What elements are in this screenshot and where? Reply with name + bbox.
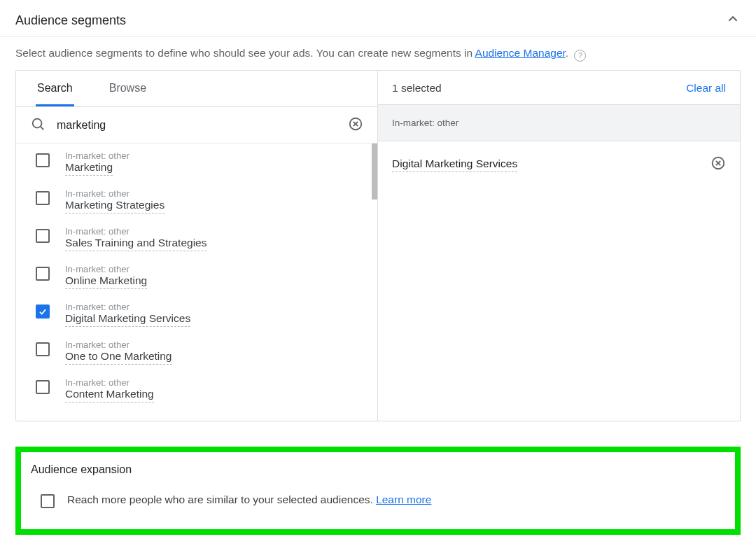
result-name: Sales Training and Strategies	[65, 237, 206, 251]
result-category: In-market: other	[65, 226, 206, 237]
segments-panel: Search Browse In-market: other M	[15, 70, 741, 421]
description: Select audience segments to define who s…	[15, 47, 741, 60]
tab-search[interactable]: Search	[36, 82, 74, 106]
result-row[interactable]: In-market: other Online Marketing	[16, 257, 377, 295]
result-row[interactable]: In-market: other One to One Marketing	[16, 332, 377, 370]
audience-expansion-highlight: Audience expansion Reach more people who…	[15, 447, 741, 535]
segments-left-pane: Search Browse In-market: other M	[16, 71, 378, 421]
divider	[0, 36, 756, 37]
search-input[interactable]	[55, 118, 348, 132]
result-category: In-market: other	[65, 150, 130, 161]
selected-row: Digital Marketing Services	[378, 141, 740, 188]
result-name: Marketing Strategies	[65, 199, 164, 214]
result-category: In-market: other	[65, 340, 172, 350]
segments-right-pane: 1 selected Clear all In-market: other Di…	[378, 71, 740, 421]
remove-icon[interactable]	[710, 155, 726, 174]
search-bar	[16, 107, 377, 144]
svg-line-1	[41, 127, 43, 130]
checkbox[interactable]	[36, 380, 50, 394]
checkbox[interactable]	[36, 229, 50, 243]
result-category: In-market: other	[65, 264, 147, 274]
search-icon	[30, 116, 55, 134]
description-suffix: .	[566, 47, 568, 59]
checkbox[interactable]	[36, 342, 50, 356]
help-icon[interactable]: ?	[574, 50, 586, 62]
selected-group-label: In-market: other	[378, 105, 740, 141]
description-text: Select audience segments to define who s…	[15, 47, 475, 59]
clear-all-button[interactable]: Clear all	[686, 82, 726, 94]
result-row[interactable]: In-market: other Marketing	[16, 144, 377, 181]
section-header: Audience segments	[15, 8, 741, 36]
segments-tabs: Search Browse	[16, 71, 377, 107]
result-category: In-market: other	[65, 377, 154, 388]
audience-manager-link[interactable]: Audience Manager	[475, 47, 566, 59]
result-name: Online Marketing	[65, 274, 147, 289]
selected-name: Digital Marketing Services	[392, 158, 517, 172]
results-list: In-market: other Marketing In-market: ot…	[16, 144, 377, 421]
selected-header: 1 selected Clear all	[378, 71, 740, 105]
svg-point-0	[33, 118, 42, 127]
clear-search-icon[interactable]	[348, 116, 363, 134]
result-row[interactable]: In-market: other Sales Training and Stra…	[16, 219, 377, 257]
checkbox[interactable]	[36, 304, 50, 318]
checkbox[interactable]	[36, 153, 50, 167]
section-title: Audience segments	[15, 13, 126, 28]
result-name: Content Marketing	[65, 388, 154, 402]
result-row[interactable]: In-market: other Content Marketing	[16, 370, 377, 408]
audience-expansion-text: Reach more people who are similar to you…	[67, 493, 431, 506]
checkbox[interactable]	[36, 267, 50, 281]
selected-count: 1 selected	[392, 82, 442, 94]
result-category: In-market: other	[65, 188, 164, 199]
result-row[interactable]: In-market: other Marketing Strategies	[16, 181, 377, 219]
learn-more-link[interactable]: Learn more	[376, 493, 431, 505]
result-name: Marketing	[65, 161, 113, 176]
checkbox[interactable]	[36, 191, 50, 205]
collapse-icon[interactable]	[725, 11, 741, 29]
result-name: One to One Marketing	[65, 350, 172, 365]
result-name: Digital Marketing Services	[65, 312, 190, 327]
result-row[interactable]: In-market: other Digital Marketing Servi…	[16, 295, 377, 332]
audience-expansion-title: Audience expansion	[31, 463, 725, 476]
result-category: In-market: other	[65, 302, 190, 312]
audience-expansion-checkbox[interactable]	[41, 494, 55, 508]
tab-browse[interactable]: Browse	[108, 82, 148, 106]
scrollbar-thumb[interactable]	[372, 144, 377, 200]
